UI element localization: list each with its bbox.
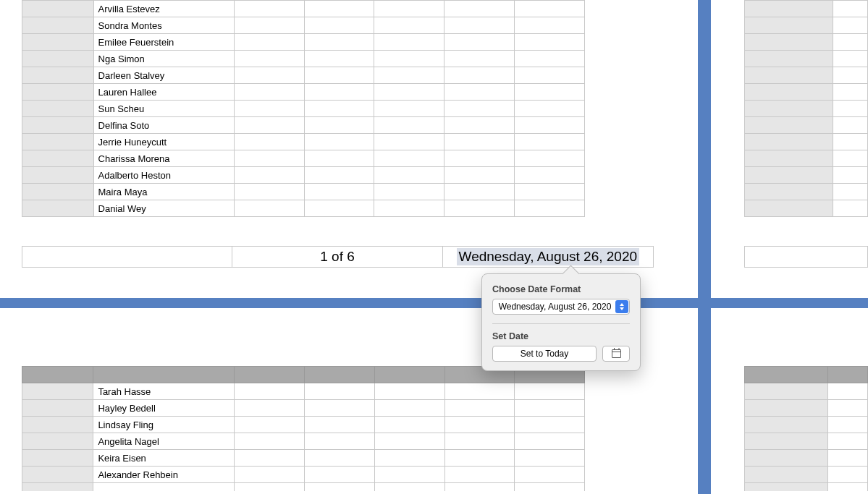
name-cell[interactable]: Sun Scheu: [93, 101, 234, 117]
data-cell[interactable]: [304, 134, 374, 150]
row-label-cell[interactable]: [745, 467, 828, 483]
names-table-1-overflow[interactable]: [744, 0, 868, 217]
table-row[interactable]: [745, 134, 868, 150]
data-cell[interactable]: [305, 400, 375, 417]
data-cell[interactable]: [444, 67, 515, 84]
data-cell[interactable]: [515, 134, 585, 150]
data-cell[interactable]: [515, 184, 585, 200]
table-row[interactable]: [745, 84, 868, 101]
row-label-cell[interactable]: [745, 150, 833, 167]
row-label-cell[interactable]: [22, 450, 93, 467]
data-cell[interactable]: [304, 184, 374, 200]
data-cell[interactable]: [234, 200, 304, 217]
data-cell[interactable]: [515, 17, 585, 34]
data-cell[interactable]: [235, 433, 305, 450]
table-row[interactable]: Jerrie Huneycutt: [22, 134, 585, 150]
data-cell[interactable]: [828, 400, 868, 417]
row-label-cell[interactable]: [22, 184, 94, 200]
table-row[interactable]: Arvilla Estevez: [22, 1, 585, 17]
date-format-select[interactable]: Wednesday, August 26, 2020: [492, 299, 630, 315]
data-cell[interactable]: [374, 101, 444, 117]
table-row[interactable]: [745, 150, 868, 167]
data-cell[interactable]: [374, 134, 444, 150]
data-cell[interactable]: [234, 101, 304, 117]
data-cell[interactable]: [833, 84, 868, 101]
data-cell[interactable]: [304, 167, 374, 184]
table-row[interactable]: Nga Simon: [22, 51, 585, 67]
names-table-1[interactable]: Arvilla EstevezSondra MontesEmilee Feuer…: [22, 0, 585, 217]
data-cell[interactable]: [515, 67, 585, 84]
data-cell[interactable]: [444, 134, 515, 150]
data-cell[interactable]: [374, 417, 444, 433]
data-cell[interactable]: [444, 400, 515, 417]
names-table-2-overflow[interactable]: [744, 366, 868, 491]
data-cell[interactable]: [234, 150, 304, 167]
table-row[interactable]: Hayley Bedell: [22, 400, 585, 417]
data-cell[interactable]: [515, 400, 585, 417]
data-cell[interactable]: [304, 150, 374, 167]
data-cell[interactable]: [374, 383, 444, 400]
table-row[interactable]: [745, 167, 868, 184]
row-label-cell[interactable]: [22, 34, 94, 51]
data-cell[interactable]: [374, 117, 444, 134]
data-cell[interactable]: [234, 34, 304, 51]
row-label-cell[interactable]: [22, 17, 94, 34]
data-cell[interactable]: [234, 17, 304, 34]
table-row[interactable]: Sondra Montes: [22, 17, 585, 34]
table-row[interactable]: [745, 433, 868, 450]
table-row[interactable]: Danial Wey: [22, 200, 585, 217]
table-row[interactable]: Darleen Stalvey: [22, 67, 585, 84]
name-cell[interactable]: Tarah Hasse: [93, 383, 235, 400]
data-cell[interactable]: [515, 34, 585, 51]
data-cell[interactable]: [234, 84, 304, 101]
row-label-cell[interactable]: [22, 117, 94, 134]
table-row[interactable]: [745, 17, 868, 34]
data-cell[interactable]: [234, 1, 304, 17]
data-cell[interactable]: [304, 1, 374, 17]
data-cell[interactable]: [374, 34, 444, 51]
data-cell[interactable]: [304, 51, 374, 67]
data-cell[interactable]: [444, 17, 515, 34]
data-cell[interactable]: [833, 1, 868, 17]
data-cell[interactable]: [515, 51, 585, 67]
table-row[interactable]: Emilee Feuerstein: [22, 34, 585, 51]
data-cell[interactable]: [374, 450, 444, 467]
data-cell[interactable]: [828, 433, 868, 450]
table-row[interactable]: Charissa Morena: [22, 150, 585, 167]
data-cell[interactable]: [444, 433, 515, 450]
data-cell[interactable]: [234, 184, 304, 200]
data-cell[interactable]: [828, 450, 868, 467]
table-row[interactable]: [745, 200, 868, 217]
table-row[interactable]: Lindsay Fling: [22, 417, 585, 433]
data-cell[interactable]: [374, 467, 444, 483]
data-cell[interactable]: [515, 1, 585, 17]
data-cell[interactable]: [374, 17, 444, 34]
footer-cell-left[interactable]: [22, 246, 232, 268]
row-label-cell[interactable]: [745, 134, 833, 150]
row-label-cell[interactable]: [22, 84, 94, 101]
table-row[interactable]: [745, 400, 868, 417]
footer-date-cell[interactable]: Wednesday, August 26, 2020: [443, 246, 654, 268]
data-cell[interactable]: [833, 200, 868, 217]
data-cell[interactable]: [515, 117, 585, 134]
name-cell[interactable]: Jerrie Huneycutt: [93, 134, 234, 150]
table-row[interactable]: [745, 483, 868, 491]
row-label-cell[interactable]: [745, 383, 828, 400]
data-cell[interactable]: [515, 150, 585, 167]
row-label-cell[interactable]: [745, 400, 828, 417]
data-cell[interactable]: [833, 117, 868, 134]
data-cell[interactable]: [444, 450, 515, 467]
data-cell[interactable]: [444, 150, 515, 167]
data-cell[interactable]: [304, 34, 374, 51]
data-cell[interactable]: [234, 67, 304, 84]
table-row[interactable]: [745, 1, 868, 17]
data-cell[interactable]: [515, 383, 585, 400]
data-cell[interactable]: [444, 184, 515, 200]
data-cell[interactable]: [304, 84, 374, 101]
row-label-cell[interactable]: [745, 101, 833, 117]
table-row[interactable]: Adalberto Heston: [22, 167, 585, 184]
data-cell[interactable]: [305, 450, 375, 467]
data-cell[interactable]: [833, 67, 868, 84]
data-cell[interactable]: [235, 400, 305, 417]
data-cell[interactable]: [304, 67, 374, 84]
